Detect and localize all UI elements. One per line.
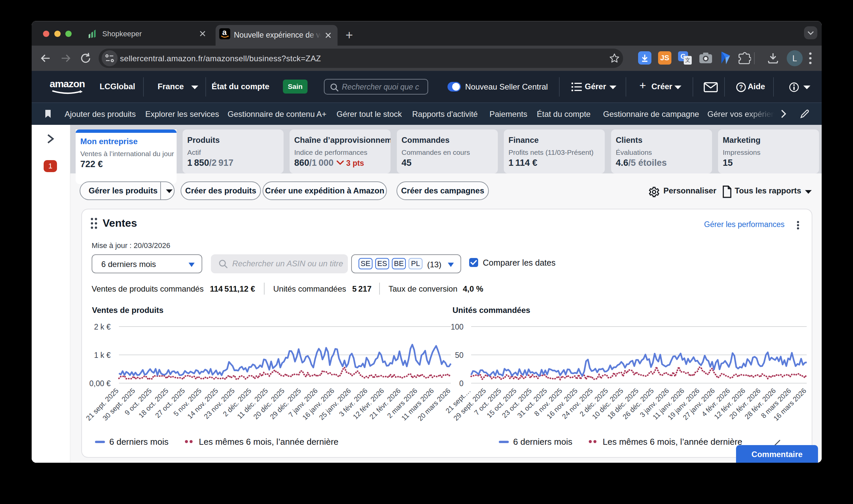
svg-text:?: ?	[739, 84, 743, 91]
